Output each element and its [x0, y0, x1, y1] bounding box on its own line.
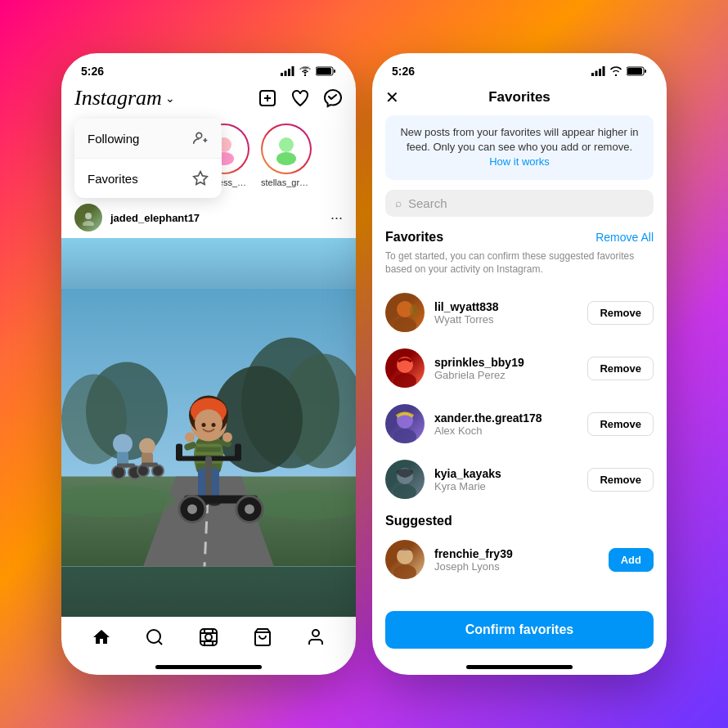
search-bar[interactable]: ⌕ Search: [385, 190, 654, 217]
right-phone: 5:26: [372, 53, 667, 675]
frenchie-avatar: [385, 540, 425, 579]
add-post-icon[interactable]: [258, 88, 277, 108]
svg-marker-14: [194, 172, 208, 185]
confirm-btn-wrap: Confirm favorites: [372, 603, 667, 658]
kyia-img: [385, 460, 425, 499]
svg-point-76: [147, 630, 160, 643]
nav-home[interactable]: [92, 627, 111, 652]
nav-search[interactable]: [145, 627, 164, 652]
svg-rect-78: [200, 629, 217, 645]
ig-logo: Instagram: [74, 86, 162, 110]
heart-icon[interactable]: [290, 88, 310, 108]
svg-point-100: [393, 373, 416, 388]
ig-header-icons: [258, 88, 343, 108]
svg-rect-58: [176, 444, 182, 461]
signal-icon-r: [591, 66, 605, 76]
svg-point-4: [304, 74, 306, 76]
svg-point-66: [113, 434, 133, 454]
post-image: [61, 238, 356, 617]
search-icon: ⌕: [395, 196, 402, 209]
stellas-avatar: [261, 124, 312, 174]
svg-point-51: [202, 423, 206, 427]
close-button[interactable]: ✕: [385, 88, 399, 107]
kyia-realname: Kyra Marie: [434, 480, 577, 492]
svg-rect-0: [281, 73, 283, 76]
sprinkles-username: sprinkles_bby19: [434, 356, 577, 369]
remove-all-button[interactable]: Remove All: [595, 231, 654, 244]
bottom-nav: [61, 617, 356, 658]
sprinkles-realname: Gabriela Perez: [434, 369, 577, 381]
shop-icon: [253, 627, 272, 647]
frenchie-realname: Joseph Lyons: [434, 560, 599, 573]
sprinkles-avatar: [385, 348, 425, 388]
following-label: Following: [88, 132, 139, 146]
post-user-avatar: [74, 204, 102, 231]
phones-container: 5:26: [61, 53, 667, 675]
svg-point-21: [279, 137, 294, 152]
favorites-description: To get started, you can confirm these su…: [372, 248, 667, 285]
status-bar-left: 5:26: [61, 53, 356, 83]
svg-point-22: [276, 152, 296, 165]
star-icon: [192, 170, 209, 186]
dropdown-following[interactable]: Following: [74, 119, 222, 159]
stellas-label: stellas_gr0...: [261, 178, 312, 187]
status-icons-left: [281, 66, 336, 76]
svg-point-98: [410, 304, 418, 317]
svg-point-68: [112, 466, 125, 479]
svg-point-104: [393, 484, 416, 499]
fav-user-lil: lil_wyatt838 Wyatt Torres Remove: [372, 285, 667, 340]
battery-icon: [316, 66, 336, 76]
messenger-icon[interactable]: [323, 88, 343, 108]
svg-point-55: [185, 433, 195, 443]
nav-profile[interactable]: [306, 627, 326, 652]
svg-rect-3: [292, 66, 294, 76]
kyia-remove-btn[interactable]: Remove: [587, 468, 654, 492]
favorites-title: Favorites: [488, 89, 550, 106]
lil-wyatt-remove-btn[interactable]: Remove: [587, 301, 654, 325]
xander-remove-btn[interactable]: Remove: [587, 412, 654, 436]
person-add-icon: [192, 130, 209, 146]
search-nav-icon: [145, 627, 164, 647]
profile-icon: [306, 627, 326, 647]
frenchie-add-btn[interactable]: Add: [609, 548, 654, 572]
svg-rect-2: [288, 69, 290, 76]
svg-point-65: [245, 505, 254, 515]
fav-user-sprinkles: sprinkles_bby19 Gabriela Perez Remove: [372, 340, 667, 396]
frenchie-username: frenchie_fry39: [434, 547, 599, 560]
post-username: jaded_elephant17: [110, 212, 322, 224]
nav-shop[interactable]: [253, 627, 272, 652]
svg-point-56: [222, 433, 232, 443]
svg-rect-39: [196, 444, 221, 447]
battery-icon-r: [627, 66, 647, 76]
post-more-icon[interactable]: ···: [330, 209, 343, 227]
svg-point-97: [393, 317, 416, 332]
story-stellas[interactable]: stellas_gr0...: [261, 124, 312, 187]
home-indicator-right: [372, 658, 667, 675]
svg-rect-75: [142, 463, 158, 467]
signal-icon: [281, 66, 294, 76]
svg-point-24: [83, 221, 94, 226]
svg-rect-40: [196, 452, 221, 456]
favorites-info-text: New posts from your favorites will appea…: [400, 126, 638, 153]
sprinkles-remove-btn[interactable]: Remove: [587, 357, 654, 380]
lil-wyatt-img: [385, 293, 425, 332]
favorites-section-header: Favorites Remove All: [372, 230, 667, 248]
svg-rect-88: [591, 73, 594, 76]
fav-user-kyia: kyia_kayaks Kyra Marie Remove: [372, 452, 667, 507]
svg-point-73: [137, 465, 149, 477]
svg-point-106: [393, 564, 416, 579]
svg-rect-60: [205, 456, 212, 497]
ig-logo-wrap[interactable]: Instagram ⌄: [74, 86, 175, 110]
kyia-username: kyia_kayaks: [434, 467, 577, 480]
confirm-favorites-button[interactable]: Confirm favorites: [385, 611, 654, 649]
svg-rect-95: [645, 70, 646, 73]
feed-dropdown: Following Favorites: [74, 119, 222, 198]
lil-wyatt-username: lil_wyatt838: [434, 300, 577, 313]
lil-wyatt-avatar: [385, 293, 425, 332]
svg-point-50: [195, 410, 222, 438]
dropdown-favorites[interactable]: Favorites: [74, 159, 222, 198]
svg-point-92: [615, 74, 617, 76]
how-it-works-link[interactable]: How it works: [489, 155, 550, 168]
xander-info: xander.the.great178 Alex Koch: [434, 411, 577, 437]
nav-reels[interactable]: [199, 627, 218, 652]
